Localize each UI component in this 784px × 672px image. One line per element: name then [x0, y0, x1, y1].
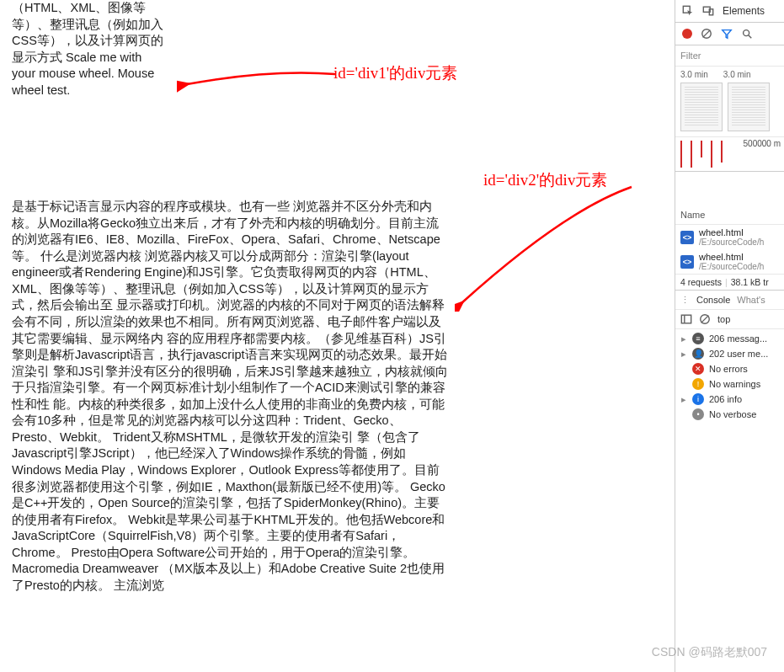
- annotation-div1-label: id='div1'的div元素: [333, 62, 457, 84]
- console-context-bar: top: [675, 310, 784, 329]
- svg-line-12: [701, 316, 709, 323]
- clear-console-icon[interactable]: [699, 313, 711, 325]
- sidebar-toggle-icon[interactable]: [680, 313, 692, 325]
- div1-scrollbox[interactable]: （HTML、XML、图像等等）、整理讯息（例如加入CSS等），以及计算网页的显示…: [12, 0, 170, 167]
- filter-info[interactable]: ▸i206 info: [675, 392, 784, 407]
- file-name: wheel.html: [699, 227, 764, 237]
- clear-icon[interactable]: [701, 28, 712, 40]
- drawer-menu-icon[interactable]: ⋮: [680, 295, 690, 306]
- screenshot-thumb[interactable]: [728, 83, 770, 131]
- filter-all-messages[interactable]: ▸≡206 messag...: [675, 331, 784, 346]
- svg-line-6: [703, 30, 711, 38]
- filter-warnings[interactable]: !No warnings: [675, 376, 784, 392]
- network-row[interactable]: <> wheel.html /E:/sourceCode/h: [675, 225, 784, 249]
- file-path: /E:/sourceCode/h: [699, 262, 764, 271]
- filter-user-messages[interactable]: ▸👤202 user me...: [675, 346, 784, 361]
- time-b: 3.0 min: [723, 70, 751, 79]
- record-icon[interactable]: [682, 29, 692, 39]
- filter-input[interactable]: Filter: [675, 45, 784, 67]
- drawer-tabs: ⋮ Console What's: [675, 291, 784, 310]
- svg-point-7: [744, 30, 749, 36]
- file-name: wheel.html: [699, 252, 764, 262]
- arrow-to-div1-icon: [177, 59, 345, 101]
- tab-console[interactable]: Console: [696, 295, 730, 305]
- network-status-bar: 4 requests | 38.1 kB tr: [675, 274, 784, 291]
- screenshot-thumb[interactable]: [680, 83, 723, 131]
- network-name-header[interactable]: Name: [675, 205, 784, 225]
- filter-errors[interactable]: ✕No errors: [675, 361, 784, 376]
- transferred-size: 38.1 kB tr: [731, 277, 769, 287]
- file-html-icon: <>: [680, 255, 694, 269]
- tab-whats-new[interactable]: What's: [737, 295, 765, 305]
- flame-label: 500000 m: [744, 139, 781, 148]
- div1-horizontal-scrollbar[interactable]: [12, 167, 168, 180]
- timeline-times: 3.0 min 3.0 min: [675, 67, 784, 79]
- file-path: /E:/sourceCode/h: [699, 237, 764, 247]
- devtools-panel: Elements Filter 3.0 min 3.0 min 500000 m…: [675, 0, 784, 672]
- inspect-icon[interactable]: [682, 5, 694, 17]
- device-toggle-icon[interactable]: [702, 5, 714, 17]
- svg-rect-4: [709, 9, 712, 15]
- context-top[interactable]: top: [717, 314, 730, 324]
- div1-text: （HTML、XML、图像等等）、整理讯息（例如加入CSS等），以及计算网页的显示…: [12, 1, 163, 97]
- time-a: 3.0 min: [680, 70, 708, 79]
- arrow-to-div2-icon: [455, 177, 648, 312]
- flame-strip[interactable]: 500000 m: [675, 136, 784, 172]
- filter-verbose[interactable]: •No verbose: [675, 407, 784, 422]
- settings-search-icon[interactable]: [741, 28, 753, 40]
- console-message-filters: ▸≡206 messag... ▸👤202 user me... ✕No err…: [675, 329, 784, 424]
- requests-count: 4 requests: [680, 277, 722, 287]
- annotation-div2-label: id='div2'的div元素: [483, 169, 607, 191]
- div2-text: 是基于标记语言显示内容的程序或模块。也有一些 浏览器并不区分外壳和内核。从Moz…: [12, 200, 448, 592]
- flame-bars-icon: [680, 141, 723, 168]
- svg-rect-9: [681, 315, 691, 323]
- devtools-tabbar: Elements: [675, 0, 784, 23]
- div2-scrollbox[interactable]: 是基于标记语言显示内容的程序或模块。也有一些 浏览器并不区分外壳和内核。从Moz…: [12, 199, 448, 669]
- filter-icon[interactable]: [721, 28, 733, 40]
- timeline-thumbnails[interactable]: [675, 79, 784, 136]
- recording-toolbar: [675, 23, 784, 45]
- filter-placeholder: Filter: [680, 51, 701, 61]
- network-row[interactable]: <> wheel.html /E:/sourceCode/h: [675, 249, 784, 274]
- page-content: （HTML、XML、图像等等）、整理讯息（例如加入CSS等），以及计算网页的显示…: [0, 0, 672, 672]
- file-html-icon: <>: [680, 231, 694, 244]
- tab-elements[interactable]: Elements: [723, 5, 765, 17]
- svg-line-8: [749, 35, 752, 39]
